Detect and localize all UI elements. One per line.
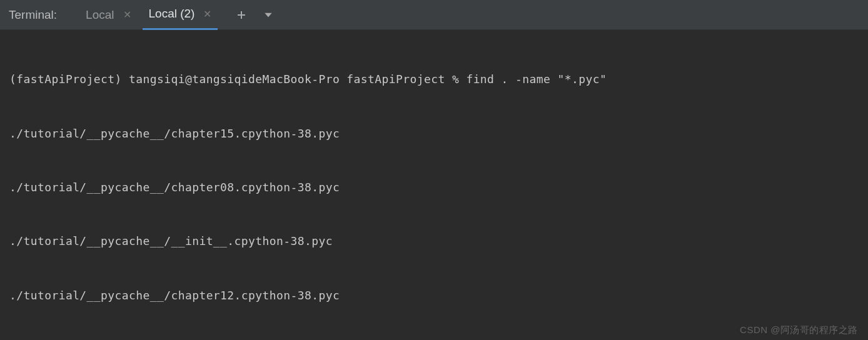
terminal-output[interactable]: (fastApiProject) tangsiqi@tangsiqideMacB… xyxy=(0,30,868,340)
tab-label: Local (2) xyxy=(149,7,195,21)
output-line: ./tutorial/__pycache__/chapter15.cpython… xyxy=(9,120,859,147)
output-line: ./tutorial/__pycache__/chapter07.cpython… xyxy=(9,336,859,340)
close-icon[interactable]: ✕ xyxy=(203,8,211,20)
tab-label: Local xyxy=(86,8,114,22)
output-line: ./tutorial/__pycache__/chapter12.cpython… xyxy=(9,282,859,309)
terminal-toolbar: Terminal: Local ✕ Local (2) ✕ xyxy=(0,0,868,30)
chevron-down-icon[interactable] xyxy=(263,9,274,21)
add-tab-icon[interactable] xyxy=(236,10,246,20)
watermark: CSDN @阿汤哥的程序之路 xyxy=(740,324,858,336)
terminal-label: Terminal: xyxy=(9,8,57,22)
output-line: ./tutorial/__pycache__/chapter08.cpython… xyxy=(9,174,859,201)
tab-local[interactable]: Local ✕ xyxy=(79,0,137,30)
toolbar-actions xyxy=(236,9,274,21)
close-icon[interactable]: ✕ xyxy=(123,9,131,21)
output-line: ./tutorial/__pycache__/__init__.cpython-… xyxy=(9,228,859,254)
prompt-line: (fastApiProject) tangsiqi@tangsiqideMacB… xyxy=(9,66,859,92)
tab-local-2[interactable]: Local (2) ✕ xyxy=(143,0,218,30)
